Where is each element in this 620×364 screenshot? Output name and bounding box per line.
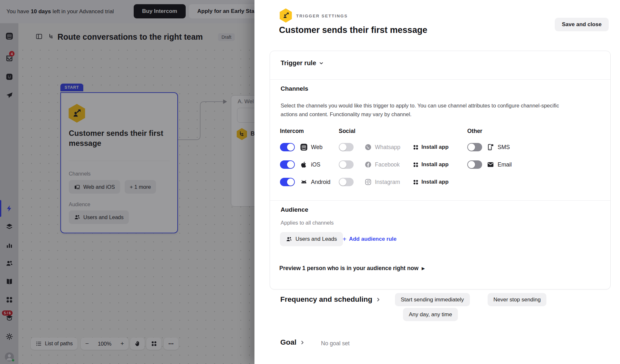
facebook-icon [364,161,372,168]
trigger-hexagon-icon [279,8,292,23]
channel-row-ios: iOS [280,160,330,169]
frequency-start-chip[interactable]: Start sending immediately [395,293,470,306]
chevron-right-icon [376,297,381,302]
web-toggle[interactable] [280,143,295,151]
channel-row-facebook: Facebook Install app [339,160,457,169]
audience-subtitle: Applies to all channels [281,220,334,226]
instagram-icon [364,178,372,186]
channel-column-social: Social Whatsapp Install app Facebook [339,128,457,187]
channel-label: iOS [311,161,320,168]
channel-label: Email [498,161,512,168]
panel-eyebrow: TRIGGER SETTINGS [296,14,348,18]
frequency-days-chip[interactable]: Any day, any time [403,308,458,321]
trigger-settings-panel: TRIGGER SETTINGS Customer sends their fi… [254,0,620,364]
channel-row-email: Email [467,160,512,169]
goal-section-header[interactable]: Goal [280,338,305,347]
channel-row-android: Android [280,177,330,187]
email-envelope-icon [487,161,494,168]
channel-row-whatsapp: Whatsapp Install app [339,143,457,152]
android-toggle[interactable] [280,178,295,186]
sms-icon [487,143,494,151]
column-heading: Intercom [280,128,330,134]
install-app-link-instagram[interactable]: Install app [413,179,449,185]
channel-label: SMS [498,144,510,151]
install-apps-icon [413,179,419,185]
column-heading: Social [339,128,457,134]
channel-label: Facebook [375,161,400,168]
audience-preview-link[interactable]: Preview 1 person who is in your audience… [279,265,425,272]
install-apps-icon [413,144,419,150]
add-audience-rule-link[interactable]: + Add audience rule [343,232,397,246]
email-toggle[interactable] [467,160,482,169]
install-app-link-whatsapp[interactable]: Install app [413,144,449,150]
ios-toggle[interactable] [280,160,295,169]
trigger-rule-card: Trigger rule Channels Select the channel… [270,51,611,289]
divider [270,79,610,80]
sms-toggle[interactable] [467,143,482,151]
android-icon [300,178,308,186]
chevron-right-icon [300,340,305,345]
audience-rule-chip[interactable]: Users and Leads [280,232,343,246]
intercom-logo-icon [300,143,308,151]
app-root: You have10 daysleft in your Advanced tri… [0,0,620,364]
install-apps-icon [413,162,419,168]
divider [270,200,610,201]
channel-label: Web [311,144,323,151]
goal-value: No goal set [321,340,350,347]
whatsapp-toggle[interactable] [339,143,354,151]
frequency-stop-chip[interactable]: Never stop sending [488,293,546,306]
channel-column-intercom: Intercom Web iOS Android [280,128,330,187]
column-heading: Other [467,128,512,134]
channel-label: Whatsapp [375,144,400,151]
panel-title: Customer sends their first message [279,25,427,35]
channel-row-web: Web [280,143,330,152]
channel-column-other: Other SMS Email [467,128,512,169]
trigger-rule-header[interactable]: Trigger rule [281,59,324,67]
whatsapp-icon [364,143,372,151]
modal-dim-overlay[interactable] [0,0,254,364]
apple-icon [300,161,308,168]
audience-heading: Audience [281,206,308,213]
people-icon [286,236,292,242]
chevron-down-icon [319,61,324,66]
channel-row-instagram: Instagram Install app [339,177,457,187]
channel-label: Android [311,179,330,186]
install-app-link-facebook[interactable]: Install app [413,161,449,168]
channel-label: Instagram [375,179,400,186]
channel-row-sms: SMS [467,143,512,152]
frequency-section-header[interactable]: Frequency and scheduling [280,295,381,304]
channels-description: Select the channels you would like this … [281,101,571,119]
plus-icon: + [343,236,346,242]
facebook-toggle[interactable] [339,160,354,169]
save-and-close-button[interactable]: Save and close [555,18,609,31]
instagram-toggle[interactable] [339,178,354,186]
channels-heading: Channels [281,85,308,92]
play-icon: ▶ [422,266,425,271]
